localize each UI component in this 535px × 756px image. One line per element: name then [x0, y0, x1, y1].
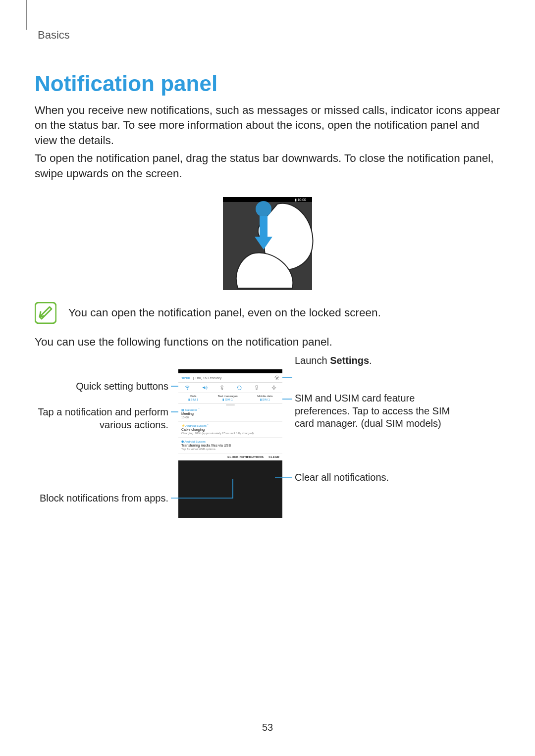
label-block-notifications: Block notifications from apps.	[35, 492, 168, 505]
svg-rect-5	[35, 302, 56, 323]
paragraph-3: You can use the following functions on t…	[35, 335, 500, 350]
label-launch-settings: Launch Settings.	[295, 354, 463, 367]
paragraph-2: To open the notification panel, drag the…	[35, 151, 500, 181]
page-title: Notification panel	[35, 71, 500, 96]
label-quick-settings: Quick setting buttons	[35, 380, 168, 393]
svg-text:▮ 10:00: ▮ 10:00	[295, 198, 307, 202]
illustration-swipe-down: ▮ 10:00	[35, 194, 500, 293]
page-number: 53	[0, 722, 535, 733]
annotated-diagram: 10:00 | Thu, 16 February	[35, 354, 500, 533]
swipe-down-icon: ▮ 10:00	[218, 194, 317, 293]
paragraph-1: When you receive new notifications, such…	[35, 103, 500, 148]
svg-point-3	[256, 201, 271, 217]
label-sim-manager: SIM and USIM card feature preferences. T…	[295, 392, 463, 430]
note-row: You can open the notification panel, eve…	[35, 302, 500, 324]
label-clear-all: Clear all notifications.	[295, 471, 463, 484]
svg-rect-4	[260, 216, 268, 238]
breadcrumb: Basics	[38, 29, 500, 42]
side-rule	[26, 0, 27, 30]
note-text: You can open the notification panel, eve…	[68, 306, 381, 319]
note-icon	[35, 302, 56, 324]
label-tap-notification: Tap a notification and perform various a…	[35, 406, 168, 431]
